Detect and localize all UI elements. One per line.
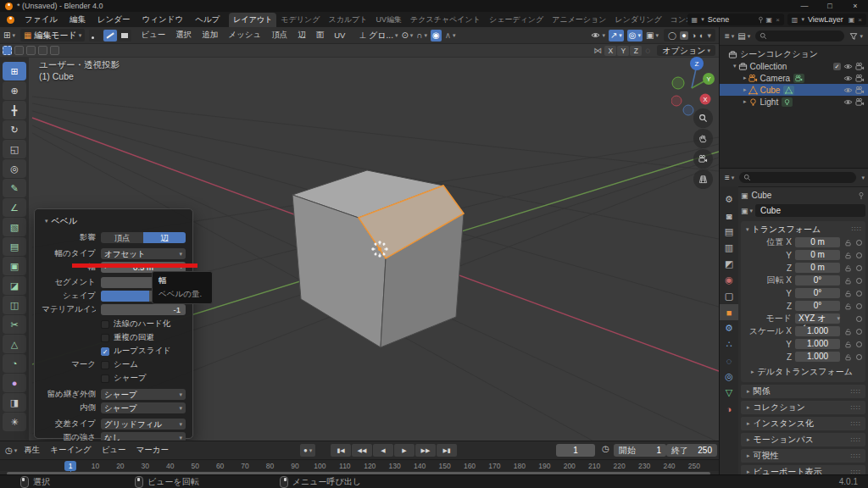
frame-tick[interactable]: 50 [186, 460, 204, 472]
tool-cursor[interactable]: ⊕ [3, 81, 26, 100]
expand-icon[interactable]: ▸ [743, 86, 747, 93]
mirror-axis-button[interactable]: Z [630, 46, 642, 56]
mark-seam-checkbox[interactable] [101, 361, 109, 369]
lock-icon[interactable] [843, 277, 854, 285]
frame-tick[interactable]: 190 [535, 460, 554, 472]
viewport-menu[interactable]: UV [329, 30, 350, 40]
animate-dot[interactable] [856, 278, 862, 284]
collapsed-panel[interactable]: ▸ 可視性 ∷∷ [741, 449, 865, 463]
topbar-menu[interactable]: レンダー [92, 14, 136, 25]
viewport-menu[interactable]: 選択 [170, 30, 197, 41]
outliner-editor-button[interactable]: ≡ ▾ [725, 31, 734, 41]
tool-rotate[interactable]: ↻ [3, 120, 26, 139]
tool-bevel[interactable]: ◪ [3, 276, 26, 295]
maximize-button[interactable]: □ [817, 2, 843, 10]
outliner-row-camera[interactable]: ▸ Camera [720, 72, 868, 84]
properties-tab-constraints[interactable]: ◎ [720, 369, 738, 385]
animate-dot[interactable] [856, 252, 862, 258]
properties-tab-physics[interactable]: ◌ [720, 352, 738, 369]
viewport-menu[interactable]: 頂点 [266, 30, 292, 41]
transport-play[interactable]: ▶ [394, 444, 415, 457]
disable-render-icon[interactable] [855, 97, 865, 107]
camera-view-button[interactable] [693, 149, 713, 169]
frame-tick[interactable]: 100 [310, 460, 329, 472]
value-field[interactable]: 0° [795, 301, 840, 311]
topbar-menu[interactable]: ヘルプ [189, 14, 225, 25]
show-gizmo-button[interactable]: ↗ ▾ [609, 30, 624, 42]
animate-dot[interactable] [856, 316, 862, 322]
tool-measure[interactable]: ∠ [3, 198, 26, 217]
auto-keying-button[interactable]: ● ▾ [300, 444, 315, 457]
frame-tick[interactable]: 130 [386, 460, 404, 472]
rotation-mode-dropdown[interactable]: XYZ オイ... ▾ [795, 313, 840, 324]
transport-prev-keyframe[interactable]: ◀◀ [352, 444, 372, 457]
frame-tick[interactable]: 30 [136, 460, 154, 472]
workspace-tab[interactable]: シェーディング [485, 13, 548, 27]
disable-render-icon[interactable] [855, 86, 865, 95]
snap-target-icon[interactable]: ◌ [645, 46, 650, 55]
object-visibility-button[interactable]: ▾ [591, 30, 605, 40]
unlink-scene-icon[interactable]: × [776, 16, 780, 24]
harden-normals-checkbox[interactable] [101, 320, 109, 329]
properties-tab-material[interactable]: ◑ [720, 401, 738, 417]
tool-inset[interactable]: ▣ [3, 257, 26, 275]
camera-data-icon[interactable] [793, 74, 804, 83]
select-mode-face[interactable] [118, 30, 131, 42]
properties-tab-object-data[interactable]: ▽ [720, 385, 738, 401]
editor-type-button[interactable]: ⊞ ▾ [3, 30, 15, 40]
expand-icon[interactable]: ▸ [743, 75, 747, 81]
frame-tick[interactable]: 120 [360, 460, 379, 472]
properties-search-input[interactable] [739, 172, 856, 183]
viewlayer-name[interactable]: ViewLayer [808, 15, 843, 24]
filter-button[interactable]: ▾ [849, 32, 863, 41]
timeline-menu[interactable]: キーイング [45, 445, 96, 456]
chevron-down-icon[interactable]: ▾ [861, 175, 865, 181]
animate-dot[interactable] [856, 303, 862, 309]
frame-tick[interactable]: 240 [660, 460, 679, 472]
value-field[interactable]: 1.000 [795, 326, 840, 336]
grip-icon[interactable]: ∷∷ [852, 225, 862, 233]
timeline-menu[interactable]: ビュー [97, 445, 131, 456]
outliner-row-collection[interactable]: ▾ Collection ✓ [720, 60, 868, 72]
hide-eye-icon[interactable] [843, 74, 853, 83]
topbar-menu[interactable]: ウィンドウ [136, 14, 190, 25]
select-option-subtract[interactable] [26, 46, 36, 55]
grip-icon[interactable]: ∷∷ [851, 388, 861, 396]
delta-transform-label[interactable]: デルタトランスフォーム [758, 366, 853, 378]
pin-icon[interactable] [757, 16, 765, 24]
blender-menu-icon[interactable] [7, 16, 14, 24]
properties-editor-button[interactable]: ≡ ▾ [725, 173, 734, 182]
outliner-row-cube-selected[interactable]: ▸ Cube [720, 84, 868, 96]
collection-checkbox[interactable]: ✓ [833, 63, 841, 70]
frame-tick[interactable]: 160 [460, 460, 479, 472]
object-name-field[interactable]: Cube [755, 204, 865, 217]
hide-eye-icon[interactable] [843, 86, 853, 95]
animate-dot[interactable] [856, 240, 862, 246]
tool-smooth[interactable]: ● [3, 374, 26, 392]
hide-eye-icon[interactable] [843, 97, 853, 107]
value-field[interactable]: 0 m [795, 263, 840, 273]
frame-tick[interactable]: 90 [286, 460, 304, 472]
timeline-menu[interactable]: 再生 [19, 445, 45, 456]
viewport-menu[interactable]: 面 [311, 30, 330, 41]
workspace-tab[interactable]: モデリング [276, 13, 324, 27]
new-scene-icon[interactable]: ▣ [766, 16, 773, 24]
toggle-perspective-button[interactable] [693, 169, 713, 189]
transform-panel-header[interactable]: ▾ トランスフォーム ∷∷ [744, 223, 862, 236]
mirror-axis-button[interactable]: X [604, 46, 616, 56]
move-view-button[interactable] [693, 129, 713, 148]
workspace-tab[interactable]: テクスチャペイント [406, 13, 485, 27]
toggle-xray-button[interactable]: ▣ ▾ [646, 30, 659, 40]
clamp-overlap-checkbox[interactable] [101, 334, 109, 342]
remove-viewlayer-icon[interactable]: × [858, 16, 862, 24]
miter-inner-dropdown[interactable]: シャープ ▾ [101, 402, 186, 413]
frame-tick[interactable]: 180 [510, 460, 529, 472]
select-option-intersect[interactable] [50, 46, 59, 55]
properties-tab-render[interactable]: ◙ [720, 208, 738, 224]
pin-icon[interactable] [857, 191, 865, 200]
animate-dot[interactable] [856, 341, 862, 347]
expand-icon[interactable]: ▸ [743, 98, 747, 105]
shading-wireframe-button[interactable]: ◯ [668, 31, 676, 40]
frame-tick[interactable]: 70 [236, 460, 254, 472]
expand-icon[interactable]: ▾ [733, 63, 737, 69]
